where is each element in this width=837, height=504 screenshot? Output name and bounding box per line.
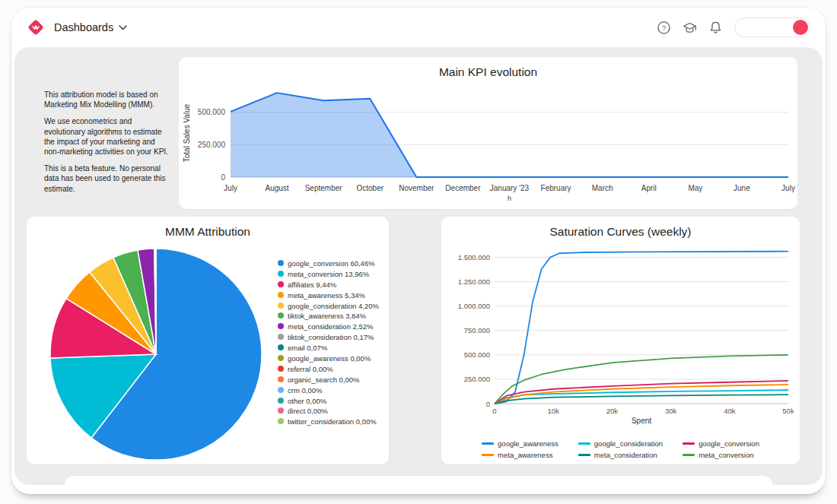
legend-swatch-icon xyxy=(278,355,284,361)
legend-item-organic_search[interactable]: organic_search 0,00% xyxy=(278,376,389,384)
legend-label: meta_consideration xyxy=(594,451,657,459)
svg-text:250.000: 250.000 xyxy=(464,375,490,383)
legend-swatch-icon xyxy=(683,442,695,445)
help-icon[interactable]: ? xyxy=(657,21,671,35)
legend-label: referral 0,00% xyxy=(288,365,333,373)
legend-label: meta_conversion 13,96% xyxy=(288,270,369,278)
legend-label: direct 0,00% xyxy=(288,407,328,415)
chevron-down-icon xyxy=(119,25,127,30)
info-paragraph: This is a beta feature. No personal data… xyxy=(44,163,168,194)
legend-swatch-icon xyxy=(278,407,284,414)
attribution-chart-title: MMM Attribution xyxy=(27,225,389,239)
attribution-legend: google_conversion 60,46%meta_conversion … xyxy=(278,259,389,428)
dashboards-label: Dashboards xyxy=(54,21,113,33)
academy-icon[interactable] xyxy=(683,21,697,35)
svg-text:500.000: 500.000 xyxy=(198,108,226,116)
legend-item-google_conversion[interactable]: google_conversion xyxy=(683,439,759,448)
legend-swatch-icon xyxy=(482,442,494,445)
main-kpi-card: Main KPI evolution 0250.000500.000Total … xyxy=(179,57,797,209)
legend-label: google_consideration 4,20% xyxy=(288,302,379,310)
legend-item-tiktok_consideration[interactable]: tiktok_consideration 0,17% xyxy=(278,333,389,341)
legend-item-google_awareness[interactable]: google_awareness 0,00% xyxy=(278,354,389,363)
top-bar: Dashboards ? xyxy=(11,8,826,47)
app-logo[interactable] xyxy=(27,18,45,36)
svg-text:Total Sales Value: Total Sales Value xyxy=(183,103,191,162)
svg-text:1.250.000: 1.250.000 xyxy=(458,277,490,286)
legend-label: other 0,00% xyxy=(288,397,326,405)
legend-item-google_consideration[interactable]: google_consideration xyxy=(578,439,663,448)
svg-text:September: September xyxy=(305,184,343,192)
svg-text:1.000.000: 1.000.000 xyxy=(458,302,490,310)
attribution-pie xyxy=(43,244,272,464)
mmm-attribution-card: MMM Attribution google_conversion 60,46%… xyxy=(27,217,389,464)
svg-text:April: April xyxy=(641,184,657,192)
svg-text:0: 0 xyxy=(221,173,225,182)
legend-item-direct[interactable]: direct 0,00% xyxy=(278,407,389,415)
legend-item-email[interactable]: email 0,07% xyxy=(278,344,389,352)
legend-item-meta_awareness[interactable]: meta_awareness xyxy=(482,451,559,459)
app-window: Dashboards ? xyxy=(11,8,826,494)
legend-label: google_awareness xyxy=(498,439,559,448)
legend-label: meta_conversion xyxy=(699,451,753,459)
legend-item-google_consideration[interactable]: google_consideration 4,20% xyxy=(278,302,389,310)
legend-swatch-icon xyxy=(278,303,284,309)
svg-text:500.000: 500.000 xyxy=(464,350,490,359)
saturation-legend: google_awarenessgoogle_considerationgoog… xyxy=(441,439,800,459)
legend-item-referral[interactable]: referral 0,00% xyxy=(278,365,389,373)
info-paragraph: This attribution model is based on Marke… xyxy=(44,90,168,109)
legend-label: meta_consideration 2,52% xyxy=(288,322,374,331)
dashboards-menu[interactable]: Dashboards xyxy=(54,21,127,33)
svg-text:Spent: Spent xyxy=(632,417,651,425)
svg-text:50k: 50k xyxy=(782,407,794,415)
legend-swatch-icon xyxy=(278,323,284,329)
next-card-peek xyxy=(65,476,772,485)
svg-text:March: March xyxy=(592,184,613,192)
svg-text:0: 0 xyxy=(486,400,490,408)
legend-label: organic_search 0,00% xyxy=(288,376,360,384)
legend-item-google_conversion[interactable]: google_conversion 60,46% xyxy=(278,259,389,268)
svg-text:0: 0 xyxy=(492,407,496,415)
legend-swatch-icon xyxy=(278,281,284,287)
legend-item-tiktok_awareness[interactable]: tiktok_awareness 3,84% xyxy=(278,312,389,320)
legend-item-twitter_consideration[interactable]: twitter_consideration 0,00% xyxy=(278,417,389,426)
svg-text:February: February xyxy=(541,184,571,192)
svg-text:December: December xyxy=(445,184,481,192)
legend-item-meta_awareness[interactable]: meta_awareness 5,34% xyxy=(278,291,389,300)
legend-item-meta_consideration[interactable]: meta_consideration xyxy=(578,451,663,459)
legend-label: meta_awareness 5,34% xyxy=(288,291,365,300)
notifications-bell-icon[interactable] xyxy=(708,21,723,35)
svg-text:750.000: 750.000 xyxy=(464,326,490,334)
legend-label: affiliates 9,44% xyxy=(288,281,336,289)
svg-text:30k: 30k xyxy=(665,407,677,415)
legend-item-meta_consideration[interactable]: meta_consideration 2,52% xyxy=(278,322,389,331)
search-input[interactable] xyxy=(743,19,790,36)
legend-item-meta_conversion[interactable]: meta_conversion 13,96% xyxy=(278,270,389,278)
legend-swatch-icon xyxy=(278,387,284,393)
svg-text:May: May xyxy=(688,184,702,192)
legend-swatch-icon xyxy=(278,312,284,319)
legend-swatch-icon xyxy=(578,442,590,445)
legend-item-other[interactable]: other 0,00% xyxy=(278,397,389,405)
dashboard-content: This attribution model is based on Marke… xyxy=(14,47,823,485)
legend-label: meta_awareness xyxy=(498,451,552,459)
legend-swatch-icon xyxy=(278,292,284,298)
svg-text:January '23: January '23 xyxy=(490,184,530,192)
legend-item-affiliates[interactable]: affiliates 9,44% xyxy=(278,281,389,289)
legend-label: tiktok_awareness 3,84% xyxy=(288,312,366,320)
svg-text:August: August xyxy=(266,184,289,192)
legend-label: twitter_consideration 0,00% xyxy=(288,417,377,426)
kpi-chart: 0250.000500.000Total Sales ValueJulyAugu… xyxy=(179,80,797,211)
svg-text:November: November xyxy=(399,184,434,192)
legend-label: google_awareness 0,00% xyxy=(288,354,371,363)
info-paragraph: We use econometrics and evolutionary alg… xyxy=(44,116,168,157)
legend-item-google_awareness[interactable]: google_awareness xyxy=(482,439,559,448)
legend-label: tiktok_consideration 0,17% xyxy=(288,333,374,341)
legend-swatch-icon xyxy=(278,344,284,350)
legend-item-crm[interactable]: crm 0,00% xyxy=(278,386,389,395)
user-avatar[interactable] xyxy=(793,20,808,35)
svg-text:h: h xyxy=(508,195,511,202)
legend-swatch-icon xyxy=(578,454,590,456)
legend-swatch-icon xyxy=(278,418,284,424)
saturation-chart: 0250.000500.000750.0001.000.0001.250.000… xyxy=(447,236,794,430)
legend-item-meta_conversion[interactable]: meta_conversion xyxy=(683,451,759,459)
